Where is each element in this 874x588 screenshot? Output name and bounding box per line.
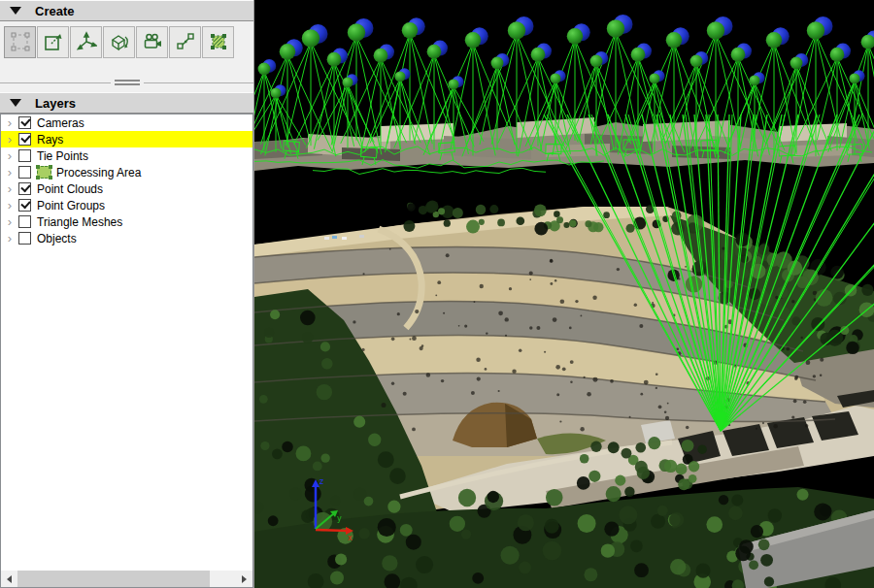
camera-marker[interactable] [491,57,504,70]
box-tool-button[interactable] [103,26,135,58]
layer-expand-chevron-icon[interactable]: › [1,148,18,163]
layer-checkbox-processing-area[interactable] [18,166,31,179]
camera-marker[interactable] [402,22,419,39]
layer-label: Point Groups [37,199,105,212]
camera-marker[interactable] [342,77,353,87]
layer-row-rays[interactable]: ›Rays [1,131,252,147]
camera-marker[interactable] [280,44,296,60]
layers-panel-header[interactable]: Layers [0,92,253,114]
camera-marker[interactable] [830,48,845,62]
select-tool-icon [10,31,31,52]
camera-marker[interactable] [465,32,482,49]
region-tool-icon [208,31,229,52]
layer-expand-chevron-icon[interactable]: › [1,181,18,196]
layer-checkbox-tie-points[interactable] [18,149,31,162]
line-tool-button[interactable] [169,26,201,58]
resize-tool-button[interactable] [37,26,69,58]
layer-label: Rays [37,133,63,147]
camera-marker[interactable] [327,52,342,67]
region-tool-button[interactable] [202,26,234,58]
layer-label: Point Clouds [37,182,103,196]
camera-marker[interactable] [531,48,546,62]
layer-row-point-clouds[interactable]: ›Point Clouds [1,180,252,197]
layer-checkbox-rays[interactable] [18,133,31,146]
camera-marker[interactable] [302,29,319,47]
camera-marker[interactable] [394,71,405,82]
layer-expand-chevron-icon[interactable]: › [1,214,18,229]
camera-marker[interactable] [427,45,442,59]
layer-row-processing-area[interactable]: ›Processing Area [1,164,252,180]
layers-tree: ›Cameras›Rays›Tie Points›Processing Area… [0,114,253,588]
camera-marker[interactable] [607,19,624,37]
camera-marker[interactable] [707,21,724,39]
panel-splitter[interactable] [0,78,253,87]
layer-checkbox-point-clouds[interactable] [18,182,31,195]
layer-checkbox-objects[interactable] [18,232,31,245]
layer-expand-chevron-icon[interactable]: › [1,198,18,212]
camera-marker[interactable] [690,55,703,68]
camera-marker[interactable] [448,79,458,89]
camera-marker[interactable] [849,73,859,83]
camera-marker[interactable] [374,49,388,63]
camera-marker[interactable] [508,21,525,39]
layer-row-cameras[interactable]: ›Cameras [1,114,252,131]
camera-marker[interactable] [270,87,281,98]
camera-marker[interactable] [749,75,759,85]
layer-expand-chevron-icon[interactable]: › [1,115,18,130]
camera-marker[interactable] [731,48,746,62]
layer-label: Objects [37,232,77,245]
horizontal-scrollbar[interactable] [1,571,252,587]
viewport-3d[interactable]: zxy [254,0,874,588]
camera-marker[interactable] [666,32,683,49]
splitter-rule [0,82,111,83]
layer-row-objects[interactable]: ›Objects [1,230,252,246]
side-panel: Create Layers ›Cameras›Rays›Tie Points›P… [0,0,254,588]
layer-checkbox-point-groups[interactable] [18,199,31,212]
layer-label: Tie Points [37,149,88,163]
layer-label: Triangle Meshes [37,215,122,229]
camera-marker[interactable] [790,57,803,70]
collapse-triangle-icon[interactable] [10,99,21,107]
axes-tool-icon [76,31,97,52]
collapse-triangle-icon[interactable] [10,7,21,15]
scrollbar-track[interactable] [17,571,236,587]
camera-marker[interactable] [567,28,584,45]
line-tool-icon [175,31,196,52]
layer-row-triangle-meshes[interactable]: ›Triangle Meshes [1,213,252,230]
layers-panel-title: Layers [35,96,76,111]
svg-text:y: y [337,514,342,523]
svg-text:z: z [319,477,323,486]
layer-checkbox-cameras[interactable] [18,116,31,129]
camera-marker[interactable] [649,73,659,83]
camera-marker[interactable] [590,55,603,68]
resize-tool-icon [43,31,64,52]
layer-expand-chevron-icon[interactable]: › [1,231,18,245]
layer-checkbox-triangle-meshes[interactable] [18,215,31,228]
panel-spacer [0,62,253,78]
axes-tool-button[interactable] [70,26,102,58]
layer-expand-chevron-icon[interactable]: › [1,132,18,147]
create-panel-header[interactable]: Create [0,0,253,21]
layers-tree-rows: ›Cameras›Rays›Tie Points›Processing Area… [1,114,252,571]
scrollbar-thumb[interactable] [17,571,210,587]
layer-expand-chevron-icon[interactable]: › [1,165,18,180]
camera-marker[interactable] [766,32,783,49]
splitter-grip-icon[interactable] [115,80,140,85]
layer-label: Processing Area [56,166,141,180]
camera-marker[interactable] [258,63,271,76]
scroll-left-arrow-icon[interactable] [1,571,17,587]
box-tool-icon [109,31,130,52]
application-window: Create Layers ›Cameras›Rays›Tie Points›P… [0,0,874,588]
camera-marker[interactable] [631,48,646,62]
camera-tool-button[interactable] [136,26,168,58]
layer-row-point-groups[interactable]: ›Point Groups [1,197,252,213]
scroll-right-arrow-icon[interactable] [236,571,252,587]
select-tool-button[interactable] [4,26,36,58]
camera-marker[interactable] [807,21,824,39]
processing-area-icon [37,166,51,179]
layer-row-tie-points[interactable]: ›Tie Points [1,147,252,164]
camera-marker[interactable] [550,73,560,83]
camera-marker[interactable] [348,23,365,41]
scene-canvas[interactable]: zxy [254,0,874,588]
svg-text:x: x [348,534,353,542]
